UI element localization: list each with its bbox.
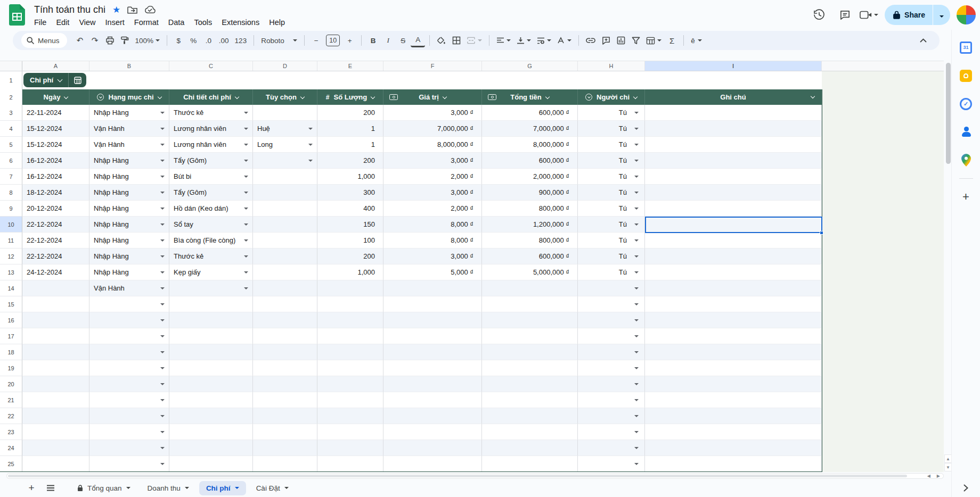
cell-option[interactable]: Huệ: [253, 121, 317, 137]
cell-payer[interactable]: [578, 328, 645, 344]
cell-payer[interactable]: [578, 360, 645, 376]
cell-payer[interactable]: Tú: [578, 217, 645, 233]
cell-date[interactable]: [22, 280, 89, 296]
cell-total[interactable]: 800,000 ₫: [482, 233, 578, 248]
dropdown-arrow-icon[interactable]: [244, 271, 248, 274]
cell-price[interactable]: [383, 360, 482, 376]
dropdown-arrow-icon[interactable]: [634, 447, 639, 449]
text-color-button[interactable]: A: [411, 34, 425, 47]
cell-payer[interactable]: Tú: [578, 248, 645, 264]
cell-payer[interactable]: Tú: [578, 105, 645, 121]
cell-payer[interactable]: [578, 296, 645, 312]
dropdown-arrow-icon[interactable]: [244, 144, 248, 146]
cell-quantity[interactable]: [317, 456, 383, 472]
cell-option[interactable]: [253, 105, 317, 121]
cell-category[interactable]: Nhập Hàng: [89, 105, 169, 121]
column-letter-i[interactable]: I: [645, 61, 822, 71]
cell-detail[interactable]: Thước kẻ: [169, 105, 253, 121]
cell-date[interactable]: [22, 328, 89, 344]
cell-price[interactable]: 2,000 ₫: [383, 201, 482, 217]
cell-detail[interactable]: [169, 392, 253, 408]
cell-detail[interactable]: [169, 344, 253, 360]
fill-handle[interactable]: [820, 231, 823, 235]
cell-option[interactable]: [253, 312, 317, 328]
cell-category[interactable]: Nhập Hàng: [89, 185, 169, 201]
row-number[interactable]: 23: [0, 424, 22, 440]
cell-category[interactable]: [89, 328, 169, 344]
dropdown-arrow-icon[interactable]: [160, 255, 165, 258]
cell-price[interactable]: 3,000 ₫: [383, 153, 482, 169]
menu-file[interactable]: File: [29, 18, 51, 27]
cloud-saved-icon[interactable]: [144, 6, 156, 14]
cell-total[interactable]: 8,000,000 ₫: [482, 137, 578, 153]
dropdown-arrow-icon[interactable]: [244, 223, 248, 226]
row-number[interactable]: 15: [0, 296, 22, 312]
row-number[interactable]: 18: [0, 344, 22, 360]
cell-total[interactable]: [482, 376, 578, 392]
cell-date[interactable]: 16-12-2024: [22, 169, 89, 185]
cell-category[interactable]: [89, 312, 169, 328]
chevron-down-icon[interactable]: [371, 94, 375, 98]
column-header-ngay[interactable]: Ngày: [22, 89, 89, 105]
column-header-nguoi-chi[interactable]: Người chi: [578, 89, 645, 105]
cell-category[interactable]: [89, 344, 169, 360]
all-sheets-button[interactable]: [43, 481, 59, 495]
format-percent-button[interactable]: %: [186, 34, 201, 47]
cell-note[interactable]: [645, 264, 822, 280]
chevron-down-icon[interactable]: [443, 94, 447, 98]
cell-quantity[interactable]: 1: [317, 137, 383, 153]
cell-category[interactable]: [89, 408, 169, 424]
cell-price[interactable]: 2,000 ₫: [383, 169, 482, 185]
search-menus-button[interactable]: Menus: [21, 33, 67, 48]
menu-data[interactable]: Data: [164, 18, 190, 27]
dropdown-arrow-icon[interactable]: [634, 239, 639, 242]
dropdown-arrow-icon[interactable]: [634, 383, 639, 385]
cell-option[interactable]: [253, 376, 317, 392]
insert-chart-button[interactable]: [614, 34, 628, 47]
increase-font-size-button[interactable]: +: [342, 34, 357, 47]
dropdown-arrow-icon[interactable]: [244, 160, 248, 162]
dropdown-arrow-icon[interactable]: [634, 319, 639, 321]
menu-tools[interactable]: Tools: [189, 18, 217, 27]
cell-option[interactable]: [253, 169, 317, 185]
cell-quantity[interactable]: [317, 312, 383, 328]
increase-decimal-button[interactable]: .00: [216, 34, 232, 47]
cell-detail[interactable]: Lương nhân viên: [169, 137, 253, 153]
cell-date[interactable]: [22, 424, 89, 440]
chevron-down-icon[interactable]: [64, 94, 68, 98]
dropdown-arrow-icon[interactable]: [160, 160, 165, 162]
cell-quantity[interactable]: 400: [317, 201, 383, 217]
input-tools-button[interactable]: ê: [688, 34, 705, 47]
paint-format-button[interactable]: [118, 34, 132, 47]
move-folder-icon[interactable]: [127, 6, 137, 14]
dropdown-arrow-icon[interactable]: [160, 335, 165, 337]
column-letter-b[interactable]: B: [89, 61, 169, 71]
cell-detail[interactable]: Hồ dán (Keo dán): [169, 201, 253, 217]
decrease-font-size-button[interactable]: −: [309, 34, 323, 47]
cell-quantity[interactable]: [317, 328, 383, 344]
chevron-down-icon[interactable]: [545, 94, 550, 98]
cell-detail[interactable]: Bìa còng (File còng): [169, 233, 253, 248]
dropdown-arrow-icon[interactable]: [160, 447, 165, 449]
cell-date[interactable]: 24-12-2024: [22, 264, 89, 280]
cell-quantity[interactable]: 100: [317, 233, 383, 248]
select-all-corner[interactable]: [0, 61, 22, 71]
dropdown-arrow-icon[interactable]: [160, 463, 165, 465]
strikethrough-button[interactable]: S: [396, 34, 410, 47]
vertical-align-button[interactable]: [514, 34, 534, 47]
column-header-gia-tri[interactable]: Giá trị: [383, 89, 482, 105]
comments-icon[interactable]: [834, 5, 855, 25]
row-number[interactable]: 8: [0, 185, 22, 201]
cell-note[interactable]: [645, 217, 822, 233]
cell-price[interactable]: 7,000,000 ₫: [383, 121, 482, 137]
dropdown-arrow-icon[interactable]: [244, 128, 248, 130]
cell-price[interactable]: [383, 344, 482, 360]
cell-date[interactable]: 18-12-2024: [22, 185, 89, 201]
dropdown-arrow-icon[interactable]: [160, 208, 165, 210]
cell-date[interactable]: [22, 376, 89, 392]
cell-date[interactable]: [22, 440, 89, 456]
cell-detail[interactable]: Kẹp giấy: [169, 264, 253, 280]
functions-button[interactable]: Σ: [665, 34, 679, 47]
cell-price[interactable]: [383, 280, 482, 296]
cell-option[interactable]: [253, 264, 317, 280]
